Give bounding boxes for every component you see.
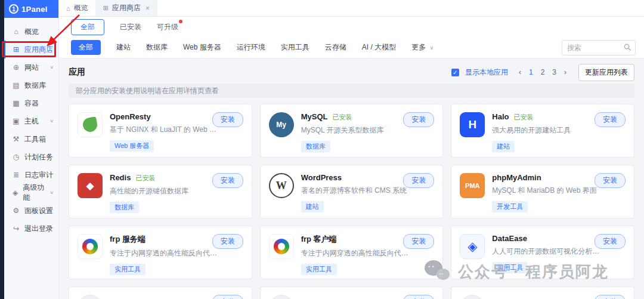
category-ai[interactable]: AI / 大模型 [362, 42, 396, 53]
category-web-server[interactable]: Web 服务器 [183, 42, 221, 53]
sidebar-item-container[interactable]: ▦ 容器 [4, 94, 58, 112]
app-name: Redis [110, 173, 131, 182]
halo-icon: H [460, 112, 485, 137]
sidebar-item-panel-settings[interactable]: ⚙ 面板设置 [4, 202, 58, 220]
sidebar-item-toolbox[interactable]: ⚒ 工具箱 [4, 130, 58, 148]
app-description: 基于 NGINX 和 LuaJIT 的 Web 平台 [110, 125, 223, 135]
install-button[interactable]: 安装 [595, 112, 626, 127]
app-tag: 开发工具 [492, 201, 528, 212]
pagination-page-1[interactable]: 1 [528, 68, 534, 76]
app-card-partial[interactable]: 安装 [69, 286, 252, 299]
sidebar-item-website[interactable]: ⊕ 网站 ∨ [4, 58, 58, 76]
sidebar-item-app-store[interactable]: ⊞ 应用商店 [4, 41, 58, 58]
app-card-partial[interactable]: 安装 [260, 286, 444, 299]
sidebar-item-label: 日志审计 [24, 170, 53, 180]
sidebar-item-label: 工具箱 [24, 134, 46, 144]
app-name: Halo [492, 112, 509, 121]
show-local-label[interactable]: 显示本地应用 [465, 67, 508, 78]
sidebar-item-log-audit[interactable]: ≣ 日志审计 [4, 166, 58, 184]
store-tab-all[interactable]: 全部 [71, 19, 104, 35]
app-card-openresty[interactable]: OpenResty 基于 NGINX 和 LuaJIT 的 Web 平台 Web… [69, 104, 252, 158]
install-button[interactable]: 安装 [595, 234, 626, 249]
category-cloud-storage[interactable]: 云存储 [325, 42, 346, 53]
app-icon-placeholder [269, 295, 294, 299]
app-card-frp-client[interactable]: frp 客户端 专注于内网穿透的高性能反向代理应用 实用工具 安装 [260, 226, 444, 279]
sidebar-item-host[interactable]: ▣ 主机 ∨ [4, 112, 58, 130]
app-card-frp-server[interactable]: frp 服务端 专注于内网穿透的高性能反向代理应用 实用工具 安装 [69, 226, 252, 279]
category-more-label: 更多 [411, 43, 426, 51]
sidebar-item-label: 高级功能 [23, 183, 45, 203]
app-description: 高性能的开源键值数据库 [110, 186, 188, 196]
show-local-checkbox[interactable]: ✓ [451, 69, 459, 76]
install-button[interactable]: 安装 [595, 173, 626, 188]
category-tools[interactable]: 实用工具 [281, 42, 309, 53]
app-card-partial[interactable]: 安装 [451, 286, 634, 299]
install-button[interactable]: 安装 [595, 295, 626, 299]
section-controls: ✓ 显示本地应用 ‹ 1 2 3 › 更新应用列表 [451, 64, 634, 81]
install-button[interactable]: 安装 [403, 234, 434, 249]
update-app-list-button[interactable]: 更新应用列表 [578, 64, 634, 81]
app-card-halo[interactable]: H Halo已安装 强大易用的开源建站工具 建站 安装 [451, 104, 634, 158]
diamond-icon: ◈ [12, 189, 18, 197]
pagination-next[interactable]: › [563, 68, 568, 76]
sidebar-item-label: 主机 [24, 116, 39, 127]
search-icon [624, 44, 631, 51]
mysql-icon: My [269, 112, 294, 137]
app-card-body: DataEase 人人可用的开源数据可视化分析工具 实用工具 [492, 234, 605, 271]
gear-icon: ⚙ [12, 206, 20, 215]
search-box [562, 40, 636, 56]
app-card-phpmyadmin[interactable]: PMA phpMyAdmin MySQL 和 MariaDB 的 Web 界面 … [451, 165, 634, 218]
category-all[interactable]: 全部 [71, 40, 101, 55]
category-website[interactable]: 建站 [116, 42, 131, 53]
tab-app-store[interactable]: ⊞ 应用商店 × [96, 0, 157, 16]
tab-overview[interactable]: ⌂ 概览 [59, 0, 96, 16]
store-tab-installed[interactable]: 已安装 [120, 22, 141, 32]
pagination-prev[interactable]: ‹ [518, 68, 522, 76]
home-icon: ⌂ [66, 5, 70, 12]
install-button[interactable]: 安装 [212, 173, 243, 188]
frp-server-icon [78, 234, 103, 259]
app-grid: OpenResty 基于 NGINX 和 LuaJIT 的 Web 平台 Web… [69, 104, 634, 299]
install-button[interactable]: 安装 [403, 295, 434, 299]
sidebar-item-label: 应用商店 [24, 45, 53, 55]
app-card-wordpress[interactable]: W WordPress 著名的开源博客软件和 CMS 系统 建站 安装 [260, 165, 444, 218]
app-card-mysql[interactable]: My MySQL已安装 MySQL 开源关系型数据库 数据库 安装 [260, 104, 444, 158]
sidebar-item-label: 容器 [24, 98, 39, 109]
notice-bar: 部分应用的安装使用说明请在应用详情页查看 [69, 84, 634, 98]
app-name: WordPress [301, 173, 342, 182]
redis-icon: ◆ [78, 173, 103, 198]
sidebar-item-overview[interactable]: ⌂ 概览 [4, 23, 58, 41]
category-more[interactable]: 更多 ∨ [411, 42, 434, 53]
container-icon: ▦ [12, 99, 20, 107]
sidebar-item-label: 面板设置 [24, 206, 53, 216]
category-runtime[interactable]: 运行环境 [237, 42, 265, 53]
1panel-logo-text: 1Panel [21, 5, 48, 14]
close-icon[interactable]: × [145, 4, 150, 13]
1panel-logo[interactable]: 1 1Panel [4, 0, 58, 18]
grid-icon: ⊞ [12, 45, 20, 54]
app-card-body: frp 服务端 专注于内网穿透的高性能反向代理应用 实用工具 [110, 234, 223, 271]
app-card-dataease[interactable]: ◈ DataEase 人人可用的开源数据可视化分析工具 实用工具 安装 [451, 226, 634, 279]
sidebar-item-logout[interactable]: ↪ 退出登录 [4, 220, 58, 238]
sidebar-item-label: 数据库 [24, 81, 46, 91]
app-card-redis[interactable]: ◆ Redis已安装 高性能的开源键值数据库 数据库 安装 [69, 165, 252, 218]
app-description: MySQL 开源关系型数据库 [301, 125, 384, 135]
pagination: ‹ 1 2 3 › [518, 68, 568, 76]
app-description: 强大易用的开源建站工具 [492, 125, 571, 135]
store-tab-upgradable[interactable]: 可升级 [157, 22, 178, 32]
install-button[interactable]: 安装 [403, 112, 434, 127]
install-button[interactable]: 安装 [212, 112, 243, 127]
install-button[interactable]: 安装 [403, 173, 434, 188]
sidebar-item-cron-jobs[interactable]: ◷ 计划任务 [4, 148, 58, 166]
app-tag: 建站 [301, 201, 324, 212]
section-header: 应用 ✓ 显示本地应用 ‹ 1 2 3 › 更新应用列表 [69, 66, 634, 79]
pagination-page-3[interactable]: 3 [551, 68, 558, 76]
install-button[interactable]: 安装 [212, 295, 243, 299]
sidebar-item-advanced[interactable]: ◈ 高级功能 ∨ [4, 184, 58, 202]
pagination-page-2[interactable]: 2 [540, 68, 546, 76]
install-button[interactable]: 安装 [212, 234, 243, 249]
sidebar-item-database[interactable]: ▤ 数据库 [4, 76, 58, 94]
app-tag: 建站 [492, 141, 515, 152]
database-icon: ▤ [12, 81, 20, 90]
category-database[interactable]: 数据库 [146, 42, 168, 53]
